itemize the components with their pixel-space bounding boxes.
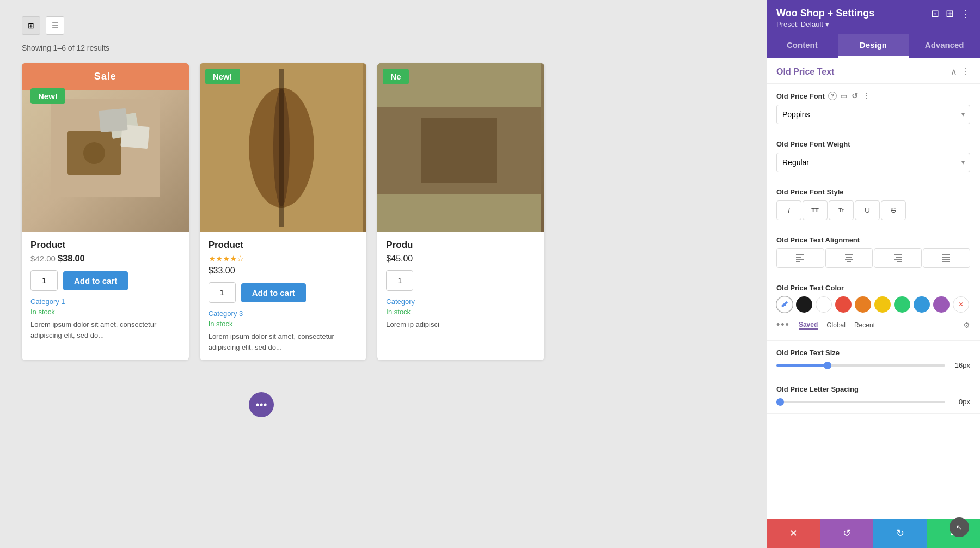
text-size-field: Old Price Text Size 16px bbox=[767, 341, 980, 377]
product-image-wrap: Sale New! bbox=[22, 63, 189, 232]
text-size-value: 16px bbox=[951, 361, 970, 369]
layout-icon[interactable]: ⊞ bbox=[946, 8, 954, 20]
font-icons: ▭ ↺ ⋮ bbox=[840, 92, 870, 100]
old-price: $42.00 bbox=[30, 254, 56, 263]
font-device-icon[interactable]: ▭ bbox=[840, 92, 847, 100]
product-card: Ne Produ $45.00 Category In stock Lorem … bbox=[377, 63, 544, 360]
product-description: Lorem ipsum dolor sit amet, consectetur … bbox=[209, 331, 358, 352]
color-white[interactable] bbox=[816, 296, 832, 313]
svg-rect-17 bbox=[845, 254, 853, 255]
uppercase-button[interactable]: TT bbox=[803, 200, 828, 220]
undo-button[interactable]: ↺ bbox=[820, 519, 873, 548]
quantity-input[interactable] bbox=[30, 270, 58, 291]
product-title: Product bbox=[209, 240, 358, 251]
svg-point-2 bbox=[83, 142, 105, 164]
add-to-cart-button[interactable]: Add to cart bbox=[63, 271, 128, 290]
font-weight-select[interactable]: Regular Bold Light bbox=[776, 153, 970, 172]
color-black[interactable] bbox=[796, 296, 812, 313]
letter-spacing-slider-row: 0px bbox=[776, 398, 970, 406]
letter-spacing-thumb[interactable] bbox=[776, 398, 784, 406]
new-price: $38.00 bbox=[58, 254, 84, 263]
product-info: Product ★★★★☆ $33.00 Add to cart Categor… bbox=[200, 232, 367, 360]
new-badge: Ne bbox=[383, 69, 408, 84]
category-link[interactable]: Category 3 bbox=[209, 309, 358, 318]
svg-rect-18 bbox=[846, 257, 852, 258]
price: $33.00 bbox=[209, 266, 358, 276]
product-card: Sale New! Product $42.00 $38.00 Add to c… bbox=[22, 63, 189, 360]
color-red[interactable] bbox=[835, 296, 852, 313]
color-yellow[interactable] bbox=[874, 296, 891, 313]
list-icon: ☰ bbox=[52, 21, 59, 30]
product-image bbox=[200, 63, 367, 232]
strikethrough-button[interactable]: S bbox=[881, 200, 906, 220]
align-center-button[interactable] bbox=[825, 248, 873, 268]
product-description: Lorem ip adipisci bbox=[386, 319, 536, 330]
quantity-input[interactable] bbox=[386, 270, 413, 291]
font-help-icon[interactable]: ? bbox=[828, 92, 837, 100]
svg-rect-12 bbox=[421, 118, 497, 183]
italic-button[interactable]: I bbox=[776, 200, 801, 220]
font-select[interactable]: Poppins bbox=[776, 105, 970, 124]
color-tab-global[interactable]: Global bbox=[826, 321, 846, 329]
capitalize-button[interactable]: Tt bbox=[829, 200, 854, 220]
product-title: Product bbox=[30, 240, 180, 251]
category-link[interactable]: Category bbox=[386, 297, 536, 306]
panel-preset[interactable]: Preset: Default ▾ bbox=[776, 20, 874, 28]
font-reset-icon[interactable]: ↺ bbox=[852, 92, 858, 100]
underline-button[interactable]: U bbox=[855, 200, 880, 220]
panel-content: Old Price Text ∧ ⋮ Old Price Font ? ▭ ↺ … bbox=[767, 58, 980, 519]
align-justify-button[interactable] bbox=[923, 248, 971, 268]
text-size-track bbox=[776, 364, 945, 367]
more-icon[interactable]: ⋮ bbox=[961, 66, 970, 77]
tab-advanced[interactable]: Advanced bbox=[909, 34, 980, 58]
text-alignment-label: Old Price Text Alignment bbox=[776, 236, 970, 244]
eyedropper-swatch[interactable] bbox=[776, 296, 793, 313]
color-settings-icon[interactable]: ⚙ bbox=[963, 321, 970, 330]
font-select-wrap: Poppins ▾ bbox=[776, 105, 970, 124]
grid-view-button[interactable]: ⊞ bbox=[22, 16, 40, 35]
tab-content[interactable]: Content bbox=[767, 34, 838, 58]
new-badge: New! bbox=[30, 88, 65, 104]
color-blue[interactable] bbox=[914, 296, 930, 313]
svg-rect-19 bbox=[845, 259, 853, 260]
color-eraser[interactable]: ✕ bbox=[953, 296, 969, 313]
star-rating: ★★★★☆ bbox=[209, 254, 358, 264]
color-orange[interactable] bbox=[855, 296, 871, 313]
product-image bbox=[377, 63, 544, 232]
main-content: ⊞ ☰ Showing 1–6 of 12 results bbox=[0, 0, 767, 548]
align-right-button[interactable] bbox=[874, 248, 922, 268]
color-more-icon[interactable]: ••• bbox=[776, 319, 790, 331]
add-to-cart-button[interactable]: Add to cart bbox=[241, 283, 306, 302]
collapse-icon[interactable]: ∧ bbox=[951, 66, 957, 77]
capture-icon[interactable]: ⊡ bbox=[931, 8, 939, 20]
color-tab-saved[interactable]: Saved bbox=[799, 321, 818, 330]
quantity-input[interactable] bbox=[209, 282, 236, 303]
tab-design[interactable]: Design bbox=[838, 34, 909, 58]
letter-spacing-track bbox=[776, 401, 945, 403]
panel-header: Woo Shop + Settings Preset: Default ▾ ⊡ … bbox=[767, 0, 980, 34]
redo-button[interactable]: ↻ bbox=[873, 519, 927, 548]
align-left-button[interactable] bbox=[776, 248, 824, 268]
category-link[interactable]: Category 1 bbox=[30, 297, 180, 306]
text-size-thumb[interactable] bbox=[824, 362, 831, 369]
product-description: Lorem ipsum dolor sit amet, consectetur … bbox=[30, 319, 180, 340]
svg-rect-5 bbox=[99, 108, 128, 132]
drag-handle[interactable]: ↖ bbox=[950, 517, 969, 537]
svg-rect-24 bbox=[897, 261, 902, 262]
list-view-button[interactable]: ☰ bbox=[46, 16, 64, 35]
svg-rect-26 bbox=[942, 257, 950, 258]
font-style-label: Old Price Font Style bbox=[776, 188, 970, 196]
more-options-icon[interactable]: ⋮ bbox=[960, 8, 970, 20]
pagination-button[interactable]: ••• bbox=[249, 392, 274, 417]
product-image-wrap: New! bbox=[200, 63, 367, 232]
color-green[interactable] bbox=[894, 296, 910, 313]
color-tab-recent[interactable]: Recent bbox=[854, 321, 875, 329]
alignment-buttons bbox=[776, 248, 970, 268]
svg-rect-13 bbox=[796, 254, 804, 255]
font-more-icon[interactable]: ⋮ bbox=[862, 92, 870, 100]
cancel-button[interactable]: ✕ bbox=[767, 519, 820, 548]
section-title: Old Price Text bbox=[776, 67, 834, 77]
color-purple[interactable] bbox=[933, 296, 950, 313]
text-size-fill bbox=[776, 364, 827, 367]
svg-rect-28 bbox=[942, 261, 950, 262]
